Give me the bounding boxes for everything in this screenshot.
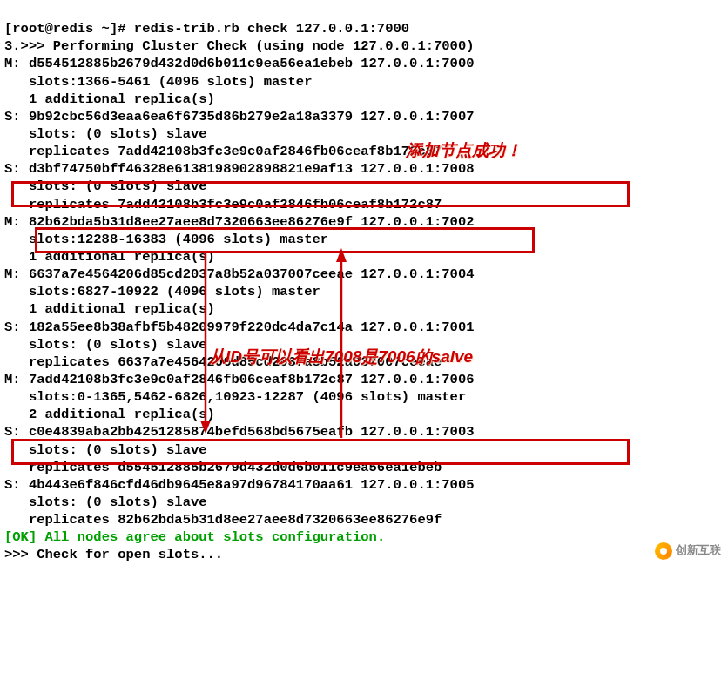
watermark-text: 创新互联	[676, 543, 721, 558]
node-entry: M: 7add42108b3fc3e9c0af2846fb06ceaf8b172…	[4, 372, 475, 422]
node-entry: S: 182a55ee8b38afbf5b48209979f220dc4da7c…	[4, 320, 475, 370]
node-entry: S: d3bf74750bff46328e6138198902898821e9a…	[4, 161, 475, 212]
header-line: >>> Performing Cluster Check (using node…	[21, 38, 475, 54]
watermark: 创新互联	[655, 542, 721, 560]
node-entry: S: 9b92cbc56d3eaa6ea6f6735d86b279e2a18a3…	[4, 109, 475, 159]
line-prefix: 3.	[4, 38, 21, 54]
node-entry: M: 82b62bda5b31d8ee27aee8d7320663ee86276…	[4, 214, 475, 265]
shell-prompt: [root@redis ~]#	[4, 21, 134, 37]
terminal-output: [root@redis ~]# redis-trib.rb check 127.…	[4, 3, 724, 564]
node-entry: S: c0e4839aba2bb4251285874befd568bd5675e…	[4, 424, 475, 475]
node-entry: S: 4b443e6f846cfd46db9645e8a97d96784170a…	[4, 477, 475, 528]
ok-line: [OK] All nodes agree about slots configu…	[4, 529, 385, 545]
node-entry: M: d554512885b2679d432d0d6b011c9ea56ea1e…	[4, 56, 475, 106]
watermark-logo-icon	[655, 542, 672, 560]
node-entry: M: 6637a7e4564206d85cd2037a8b52a037007ce…	[4, 266, 475, 317]
check-slots: >>> Check for open slots...	[4, 547, 223, 562]
command: redis-trib.rb check 127.0.0.1:7000	[134, 21, 409, 37]
